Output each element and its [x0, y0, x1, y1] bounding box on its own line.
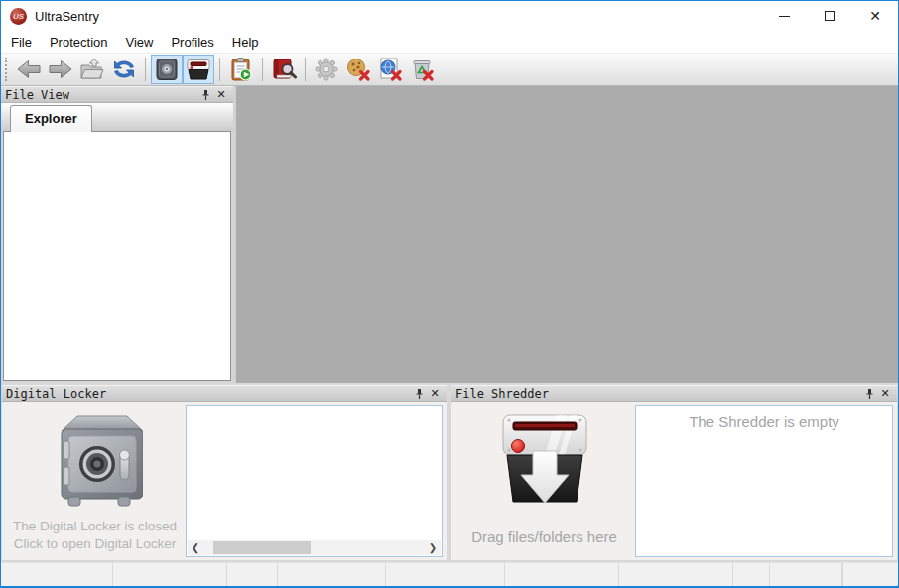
back-button[interactable]	[13, 55, 45, 84]
file-shredder-header: File Shredder ✕	[451, 385, 897, 402]
gear-icon	[314, 57, 339, 82]
digital-locker-drop-zone[interactable]: The Digital Locker is closed Click to op…	[4, 404, 186, 558]
refresh-icon	[111, 57, 137, 82]
digital-locker-status-line1: The Digital Locker is closed	[13, 518, 177, 535]
file-shredder-panel: File Shredder ✕	[451, 385, 897, 560]
recycle-bin-delete-icon	[409, 57, 435, 82]
digital-locker-list[interactable]: ❮ ❯	[186, 405, 443, 557]
status-segment	[278, 563, 386, 586]
toolbar-separator	[145, 58, 146, 81]
scrollbar-track[interactable]	[203, 540, 425, 555]
digital-locker-panel: Digital Locker ✕	[2, 385, 447, 560]
tab-explorer[interactable]: Explorer	[10, 105, 92, 132]
close-icon: ✕	[216, 89, 225, 100]
status-segment	[113, 563, 227, 586]
status-bar	[1, 562, 898, 586]
toolbar-separator	[262, 58, 263, 81]
close-icon: ✕	[880, 388, 889, 399]
maximize-button[interactable]	[807, 1, 852, 31]
file-view-title: File View	[5, 88, 197, 102]
scroll-left-button[interactable]: ❮	[188, 540, 203, 555]
cookie-delete-icon	[345, 57, 371, 82]
file-shredder-drop-zone[interactable]: Drag files/folders here	[453, 404, 635, 558]
run-profile-button[interactable]	[225, 55, 257, 84]
status-segment	[227, 563, 278, 586]
clipboard-play-icon	[228, 57, 254, 82]
forward-button[interactable]	[45, 55, 76, 84]
window-title: UltraSentry	[35, 9, 99, 24]
history-delete-icon	[377, 57, 403, 82]
digital-locker-title: Digital Locker	[6, 387, 411, 401]
status-segment	[1, 563, 113, 586]
book-magnifier-icon	[271, 57, 297, 82]
file-view-header: File View ✕	[1, 86, 233, 103]
menu-help[interactable]: Help	[223, 32, 268, 53]
settings-button[interactable]	[311, 55, 342, 84]
status-segment	[505, 563, 619, 586]
file-shredder-toggle-button[interactable]	[183, 55, 214, 84]
toolbar-separator	[305, 58, 306, 81]
safe-icon	[154, 57, 180, 82]
app-logo-icon: US	[10, 8, 27, 25]
close-icon: ✕	[430, 388, 439, 399]
back-arrow-icon	[16, 57, 42, 82]
digital-locker-scrollbar: ❮ ❯	[188, 540, 441, 555]
close-icon: ✕	[869, 9, 881, 23]
file-shredder-drop-hint: Drag files/folders here	[471, 529, 617, 545]
file-view-close-button[interactable]: ✕	[213, 87, 229, 102]
status-segment	[733, 563, 770, 586]
file-shredder-icon	[495, 406, 594, 509]
menu-protection[interactable]: Protection	[41, 32, 117, 53]
toolbar	[1, 53, 898, 86]
folder-up-icon	[79, 57, 105, 82]
file-shredder-content: Drag files/folders here The Shredder is …	[451, 402, 897, 560]
digital-locker-safe-icon	[48, 410, 143, 509]
status-segment	[386, 563, 505, 586]
pin-icon	[864, 388, 875, 400]
scrollbar-thumb[interactable]	[213, 541, 311, 554]
digital-locker-header: Digital Locker ✕	[2, 385, 447, 402]
workspace: File View ✕ Explorer	[1, 86, 898, 383]
scan-button[interactable]	[268, 55, 300, 84]
status-segment	[619, 563, 733, 586]
toolbar-grip[interactable]	[5, 58, 8, 81]
status-segment	[842, 563, 843, 586]
close-button[interactable]: ✕	[852, 1, 898, 31]
menu-view[interactable]: View	[117, 32, 163, 53]
empty-recycle-bin-button[interactable]	[406, 55, 438, 84]
bottom-dock: Digital Locker ✕	[1, 383, 898, 562]
pin-icon	[200, 89, 211, 101]
file-shredder-list[interactable]: The Shredder is empty	[635, 405, 893, 557]
forward-arrow-icon	[48, 57, 73, 82]
file-view-panel: File View ✕ Explorer	[1, 86, 236, 383]
minimize-button[interactable]	[761, 1, 807, 31]
menu-bar: File Protection View Profiles Help	[1, 31, 898, 53]
clean-history-button[interactable]	[374, 55, 406, 84]
app-window: US UltraSentry ✕ File Protection View Pr…	[0, 0, 899, 588]
title-bar: US UltraSentry ✕	[1, 1, 898, 31]
menu-profiles[interactable]: Profiles	[162, 32, 222, 53]
digital-locker-status-line2: Click to open Digital Locker	[13, 535, 177, 553]
refresh-button[interactable]	[108, 55, 140, 84]
digital-locker-close-button[interactable]: ✕	[427, 386, 443, 401]
file-view-tabstrip: Explorer	[1, 103, 233, 131]
digital-locker-content: The Digital Locker is closed Click to op…	[2, 402, 447, 560]
minimize-icon	[779, 16, 790, 17]
file-shredder-pin-button[interactable]	[861, 386, 877, 401]
file-shredder-close-button[interactable]: ✕	[877, 386, 893, 401]
digital-locker-pin-button[interactable]	[411, 386, 427, 401]
clean-cookies-button[interactable]	[342, 55, 374, 84]
open-button[interactable]	[76, 55, 108, 84]
main-document-area	[236, 86, 898, 383]
digital-locker-status: The Digital Locker is closed Click to op…	[13, 518, 177, 553]
file-shredder-title: File Shredder	[455, 387, 861, 401]
menu-file[interactable]: File	[2, 32, 41, 53]
pin-icon	[414, 388, 425, 400]
digital-locker-toggle-button[interactable]	[151, 55, 183, 84]
scroll-right-button[interactable]: ❯	[425, 540, 441, 555]
toolbar-separator	[219, 58, 220, 81]
explorer-tree[interactable]	[3, 131, 231, 381]
status-segment	[770, 563, 842, 586]
resize-grip[interactable]	[893, 581, 895, 583]
file-view-pin-button[interactable]	[197, 87, 213, 102]
